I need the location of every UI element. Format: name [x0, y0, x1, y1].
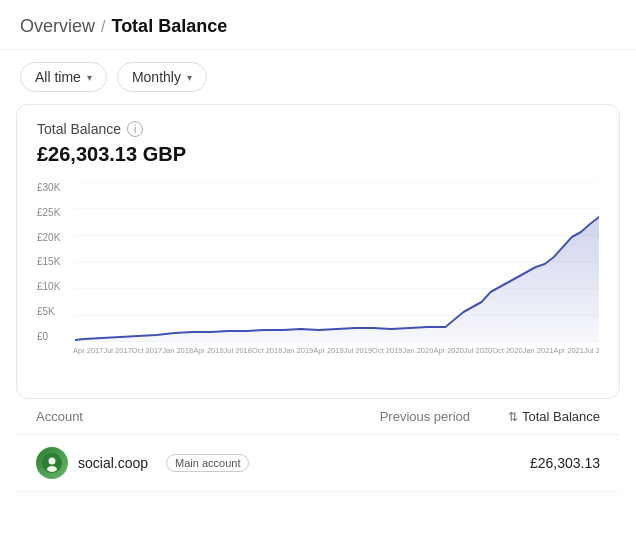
breadcrumb-overview[interactable]: Overview	[20, 16, 95, 37]
account-badge: Main account	[166, 454, 249, 472]
svg-point-9	[47, 466, 57, 472]
balance-label: Total Balance i	[37, 121, 599, 137]
period-label: Monthly	[132, 69, 181, 85]
time-range-dropdown[interactable]: All time ▾	[20, 62, 107, 92]
breadcrumb: Overview / Total Balance	[20, 16, 616, 37]
balance-label-text: Total Balance	[37, 121, 121, 137]
x-label: Jan 2019	[282, 346, 313, 355]
y-label-20k: £20K	[37, 232, 69, 243]
breadcrumb-current: Total Balance	[111, 16, 227, 37]
x-label: Apr 2017	[73, 346, 103, 355]
x-axis-labels: Apr 2017 Jul 2017 Oct 2017 Jan 2018 Apr …	[73, 342, 599, 382]
x-label: Jul 2017	[103, 346, 131, 355]
x-label: Apr 2019	[313, 346, 343, 355]
y-label-30k: £30K	[37, 182, 69, 193]
account-name: social.coop	[78, 455, 148, 471]
col-balance-header[interactable]: ⇅ Total Balance	[470, 409, 600, 424]
balance-card: Total Balance i £26,303.13 GBP £30K £25K…	[16, 104, 620, 399]
col-prev-header: Previous period	[310, 409, 470, 424]
x-label: Apr 2021	[554, 346, 584, 355]
x-label: Oct 2020	[492, 346, 522, 355]
x-label: Oct 2019	[372, 346, 402, 355]
chevron-down-icon: ▾	[87, 72, 92, 83]
x-label: Jul 2018	[224, 346, 252, 355]
x-label: Jan 2018	[162, 346, 193, 355]
table-header: Account Previous period ⇅ Total Balance	[16, 399, 620, 435]
x-label: Jul 2020	[464, 346, 492, 355]
y-label-25k: £25K	[37, 207, 69, 218]
x-label: Oct 2017	[132, 346, 162, 355]
y-axis-labels: £30K £25K £20K £15K £10K £5K £0	[37, 182, 73, 342]
time-range-label: All time	[35, 69, 81, 85]
col-balance-label: Total Balance	[522, 409, 600, 424]
x-label: Apr 2018	[193, 346, 223, 355]
x-label: Jul 2021	[584, 346, 599, 355]
page-header: Overview / Total Balance	[0, 0, 636, 50]
period-dropdown[interactable]: Monthly ▾	[117, 62, 207, 92]
y-label-15k: £15K	[37, 256, 69, 267]
breadcrumb-separator: /	[101, 18, 105, 36]
sort-icon: ⇅	[508, 410, 518, 424]
account-info: social.coop Main account	[36, 447, 310, 479]
y-label-10k: £10K	[37, 281, 69, 292]
filters-row: All time ▾ Monthly ▾	[0, 50, 636, 104]
col-account-header: Account	[36, 409, 310, 424]
x-label: Jul 2019	[344, 346, 372, 355]
chart-svg	[75, 182, 599, 342]
x-label: Jan 2020	[403, 346, 434, 355]
chevron-down-icon: ▾	[187, 72, 192, 83]
x-label: Jan 2021	[523, 346, 554, 355]
y-label-0: £0	[37, 331, 69, 342]
balance-amount: £26,303.13 GBP	[37, 143, 599, 166]
y-label-5k: £5K	[37, 306, 69, 317]
info-icon[interactable]: i	[127, 121, 143, 137]
x-label: Oct 2018	[252, 346, 282, 355]
x-label: Apr 2020	[433, 346, 463, 355]
table-row[interactable]: social.coop Main account £26,303.13	[16, 435, 620, 492]
chart-container: £30K £25K £20K £15K £10K £5K £0	[37, 182, 599, 382]
avatar	[36, 447, 68, 479]
svg-point-8	[49, 458, 56, 465]
balance-value: £26,303.13	[470, 455, 600, 471]
social-coop-logo	[42, 453, 62, 473]
